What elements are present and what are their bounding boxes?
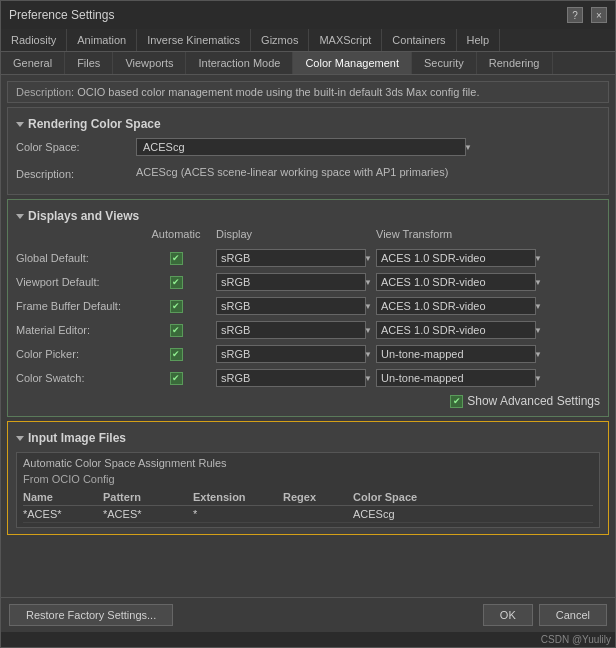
window-title: Preference Settings (9, 8, 114, 22)
global-default-display-wrap: sRGB (216, 249, 376, 267)
global-default-display-select[interactable]: sRGB (216, 249, 366, 267)
viewport-default-display-select[interactable]: sRGB (216, 273, 366, 291)
restore-factory-button[interactable]: Restore Factory Settings... (9, 604, 173, 626)
viewport-default-view-select[interactable]: ACES 1.0 SDR-video (376, 273, 536, 291)
viewport-default-display-wrap: sRGB (216, 273, 376, 291)
frame-buffer-display-wrap: sRGB (216, 297, 376, 315)
viewport-default-label: Viewport Default: (16, 276, 136, 288)
tabs-row-2: General Files Viewports Interaction Mode… (1, 52, 615, 75)
description-row: Description: ACEScg (ACES scene-linear w… (16, 160, 600, 188)
material-editor-display-wrap: sRGB (216, 321, 376, 339)
tab-security[interactable]: Security (412, 52, 477, 74)
close-button[interactable]: × (591, 7, 607, 23)
tab-color-management[interactable]: Color Management (293, 52, 412, 74)
color-swatch-view-select[interactable]: Un-tone-mapped (376, 369, 536, 387)
auto-color-space-title: Automatic Color Space Assignment Rules (23, 457, 593, 473)
material-editor-view-select[interactable]: ACES 1.0 SDR-video (376, 321, 536, 339)
viewport-default-checkbox-cell: ✔ (136, 276, 216, 289)
displays-views-panel: Displays and Views Automatic Display Vie… (7, 199, 609, 417)
from-ocio-label: From OCIO Config (23, 473, 593, 489)
content-area: Description: OCIO based color management… (1, 75, 615, 597)
th-name: Name (23, 491, 103, 503)
td-colorspace: ACEScg (353, 508, 453, 520)
tab-animation[interactable]: Animation (67, 29, 137, 51)
color-swatch-display-wrap: sRGB (216, 369, 376, 387)
displays-views-toggle[interactable] (16, 214, 24, 219)
tab-inverse-kinematics[interactable]: Inverse Kinematics (137, 29, 251, 51)
color-space-label: Color Space: (16, 141, 136, 153)
color-swatch-checkbox[interactable]: ✔ (170, 372, 183, 385)
tab-files[interactable]: Files (65, 52, 113, 74)
frame-buffer-display-select[interactable]: sRGB (216, 297, 366, 315)
col-automatic-label: Automatic (136, 228, 216, 240)
rendering-color-space-panel: Rendering Color Space Color Space: ACESc… (7, 107, 609, 195)
global-default-checkbox-cell: ✔ (136, 252, 216, 265)
tab-containers[interactable]: Containers (382, 29, 456, 51)
input-image-files-panel: Input Image Files Automatic Color Space … (7, 421, 609, 535)
cancel-button[interactable]: Cancel (539, 604, 607, 626)
color-space-select[interactable]: ACEScg (136, 138, 466, 156)
tab-maxscript[interactable]: MAXScript (309, 29, 382, 51)
show-advanced-checkbox[interactable]: ✔ (450, 395, 463, 408)
table-row: Viewport Default: ✔ sRGB ACES 1.0 SDR-vi… (16, 270, 600, 294)
color-picker-checkbox-cell: ✔ (136, 348, 216, 361)
frame-buffer-label: Frame Buffer Default: (16, 300, 136, 312)
global-default-view-wrap: ACES 1.0 SDR-video (376, 249, 546, 267)
tab-general[interactable]: General (1, 52, 65, 74)
title-bar: Preference Settings ? × (1, 1, 615, 29)
table-row: Color Picker: ✔ sRGB Un-tone-mapped (16, 342, 600, 366)
watermark: CSDN @Yuulily (1, 632, 615, 647)
tab-gizmos[interactable]: Gizmos (251, 29, 309, 51)
frame-buffer-view-wrap: ACES 1.0 SDR-video (376, 297, 546, 315)
frame-buffer-checkbox[interactable]: ✔ (170, 300, 183, 313)
show-advanced-label: Show Advanced Settings (467, 394, 600, 408)
color-swatch-view-wrap: Un-tone-mapped (376, 369, 546, 387)
title-controls: ? × (567, 7, 607, 23)
rendering-color-space-toggle[interactable] (16, 122, 24, 127)
viewport-default-checkbox[interactable]: ✔ (170, 276, 183, 289)
col-display-label: Display (216, 228, 376, 240)
col-view-label: View Transform (376, 228, 546, 240)
color-picker-view-select[interactable]: Un-tone-mapped (376, 345, 536, 363)
color-space-select-wrap: ACEScg (136, 138, 476, 156)
tabs-row-1: Radiosity Animation Inverse Kinematics G… (1, 29, 615, 52)
color-picker-display-select[interactable]: sRGB (216, 345, 366, 363)
material-editor-display-select[interactable]: sRGB (216, 321, 366, 339)
th-pattern: Pattern (103, 491, 193, 503)
displays-views-header: Displays and Views (16, 206, 600, 226)
color-swatch-display-select[interactable]: sRGB (216, 369, 366, 387)
tab-rendering[interactable]: Rendering (477, 52, 553, 74)
ok-button[interactable]: OK (483, 604, 533, 626)
table-row: Material Editor: ✔ sRGB ACES 1.0 SDR-vid… (16, 318, 600, 342)
color-space-row: Color Space: ACEScg (16, 134, 600, 160)
th-colorspace: Color Space (353, 491, 453, 503)
tab-help[interactable]: Help (457, 29, 501, 51)
tab-interaction-mode[interactable]: Interaction Mode (186, 52, 293, 74)
table-header: Name Pattern Extension Regex Color Space (23, 489, 593, 506)
description-label: Description: (16, 168, 136, 180)
input-files-toggle[interactable] (16, 436, 24, 441)
help-button[interactable]: ? (567, 7, 583, 23)
td-pattern: *ACES* (103, 508, 193, 520)
material-editor-checkbox-cell: ✔ (136, 324, 216, 337)
color-picker-label: Color Picker: (16, 348, 136, 360)
td-extension: * (193, 508, 283, 520)
frame-buffer-checkbox-cell: ✔ (136, 300, 216, 313)
table-row: Frame Buffer Default: ✔ sRGB ACES 1.0 SD… (16, 294, 600, 318)
td-regex (283, 508, 353, 520)
material-editor-checkbox[interactable]: ✔ (170, 324, 183, 337)
frame-buffer-view-select[interactable]: ACES 1.0 SDR-video (376, 297, 536, 315)
color-picker-checkbox[interactable]: ✔ (170, 348, 183, 361)
input-files-header: Input Image Files (16, 428, 600, 448)
tab-radiosity[interactable]: Radiosity (1, 29, 67, 51)
tab-viewports[interactable]: Viewports (113, 52, 186, 74)
color-picker-view-wrap: Un-tone-mapped (376, 345, 546, 363)
global-default-checkbox[interactable]: ✔ (170, 252, 183, 265)
global-default-view-select[interactable]: ACES 1.0 SDR-video (376, 249, 536, 267)
bottom-bar: Restore Factory Settings... OK Cancel (1, 597, 615, 632)
input-files-title: Input Image Files (28, 431, 126, 445)
global-default-label: Global Default: (16, 252, 136, 264)
displays-views-title: Displays and Views (28, 209, 139, 223)
th-extension: Extension (193, 491, 283, 503)
table-row: *ACES* *ACES* * ACEScg (23, 506, 593, 523)
